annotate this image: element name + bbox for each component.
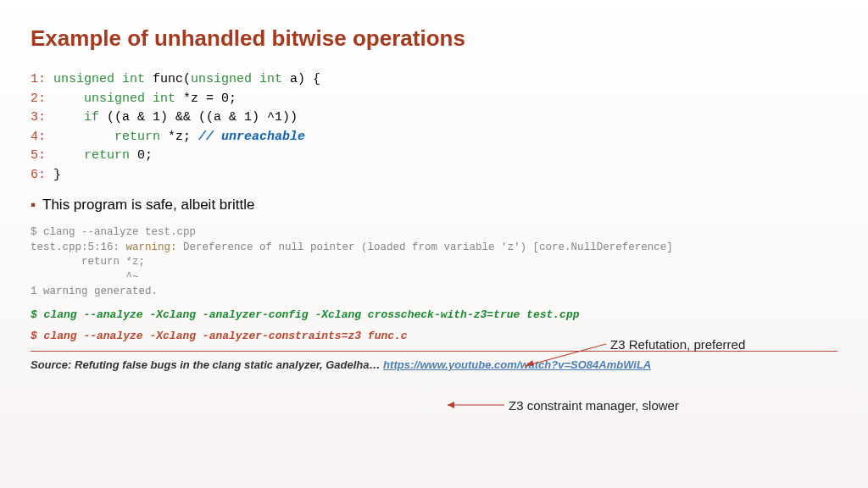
slide-title: Example of unhandled bitwise operations [31,25,837,52]
cmd-z3-refutation: $ clang --analyze -Xclang -analyzer-conf… [31,308,837,321]
code-line-1: 1: unsigned int func(unsigned int a) { [31,70,837,90]
terminal-output: $ clang --analyze test.cpp test.cpp:5:16… [31,225,837,300]
code-line-6: 6: } [31,166,837,186]
code-block: 1: unsigned int func(unsigned int a) { 2… [31,70,837,185]
bullet-1: ▪This program is safe, albeit brittle [31,197,837,214]
arrow-to-cmd2 [441,398,509,412]
svg-marker-3 [448,402,454,408]
annotation-z3-constraint: Z3 constraint manager, slower [509,398,679,413]
annotation-z3-refutation: Z3 Refutation, preferred [610,337,745,352]
code-line-2: 2: unsigned int *z = 0; [31,90,837,109]
source-link[interactable]: https://www.youtube.com/watch?v=SO84AmbW… [383,358,651,371]
code-line-5: 5: return 0; [31,147,837,166]
bullet-icon: ▪ [31,197,36,213]
source-citation: Source: Refuting false bugs in the clang… [31,358,837,371]
code-line-3: 3: if ((a & 1) && ((a & 1) ^1)) [31,108,837,128]
code-line-4: 4: return *z; // unreachable [31,128,837,147]
